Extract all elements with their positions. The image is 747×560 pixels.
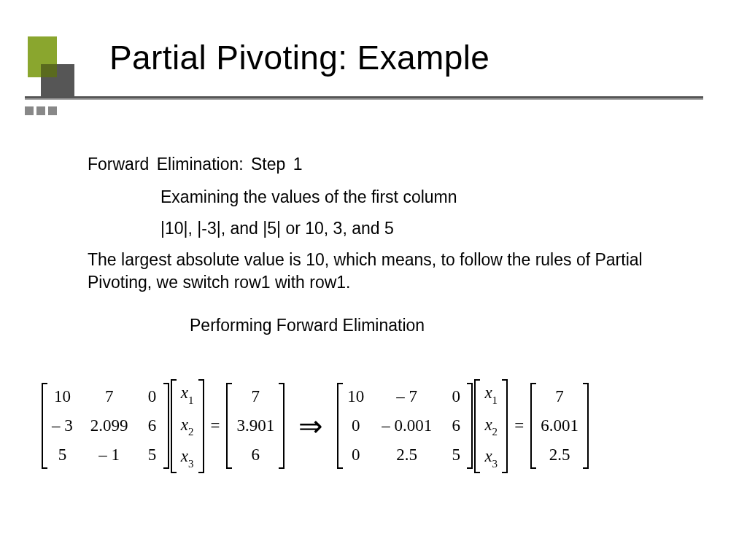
slide-decoration [25,36,77,89]
matrix-cell: 0 [146,387,159,406]
vector-b2: 7 6.001 2.5 [530,383,589,469]
step-heading: Forward Elimination: Step 1 [88,153,671,176]
divider-line [25,96,703,100]
matrix-cell: 6 [449,416,462,435]
arrow-icon: ⇒ [298,409,323,443]
matrix-cell: – 3 [52,416,73,435]
vector-cell: x2 [181,416,194,438]
matrix-cell: 6 [146,416,159,435]
abs-values-text: |10|, |-3|, and |5| or 10, 3, and 5 [160,217,671,240]
vector-cell: 7 [236,387,274,406]
matrix-cell: 10 [347,387,364,406]
slide-body: Forward Elimination: Step 1 Examining th… [88,153,671,350]
performing-text: Performing Forward Elimination [190,314,671,337]
equation-row: 10 7 0 – 3 2.099 6 5 – 1 5 x1 x2 x3 = 7 … [41,379,589,473]
vector-cell: x2 [484,416,498,438]
vector-cell: x3 [484,447,498,469]
vector-cell: x1 [181,384,194,405]
matrix-cell: 0 [347,446,364,464]
matrix-cell: 2.099 [90,416,128,435]
matrix-cell: 5 [52,446,73,464]
vector-cell: 6.001 [541,416,578,435]
matrix-cell: – 7 [382,387,432,406]
vector-x2: x1 x2 x3 [474,379,508,473]
matrix-cell: 7 [90,387,128,406]
divider-squares [25,106,57,115]
matrix-cell: 5 [449,446,462,464]
matrix-cell: 0 [449,387,462,406]
vector-cell: x1 [484,384,498,405]
matrix-a1: 10 7 0 – 3 2.099 6 5 – 1 5 [42,383,169,469]
vector-cell: x3 [181,447,194,469]
matrix-cell: – 1 [90,446,128,464]
examining-text: Examining the values of the first column [160,186,671,209]
equals-sign: = [211,416,220,435]
vector-b1: 7 3.901 6 [226,383,285,469]
vector-cell: 3.901 [236,416,274,435]
vector-cell: 7 [541,387,578,406]
matrix-a2: 10 – 7 0 0 – 0.001 6 0 2.5 5 [337,383,473,469]
matrix-cell: 0 [347,416,364,435]
matrix-cell: 10 [52,387,73,406]
equals-sign: = [514,416,524,435]
vector-cell: 2.5 [541,446,578,464]
slide-title: Partial Pivoting: Example [109,38,489,77]
vector-cell: 6 [236,446,274,464]
matrix-cell: 2.5 [382,446,432,464]
matrix-cell: – 0.001 [382,416,432,435]
largest-value-text: The largest absolute value is 10, which … [88,249,671,294]
matrix-cell: 5 [146,446,159,464]
vector-x1: x1 x2 x3 [171,379,204,473]
